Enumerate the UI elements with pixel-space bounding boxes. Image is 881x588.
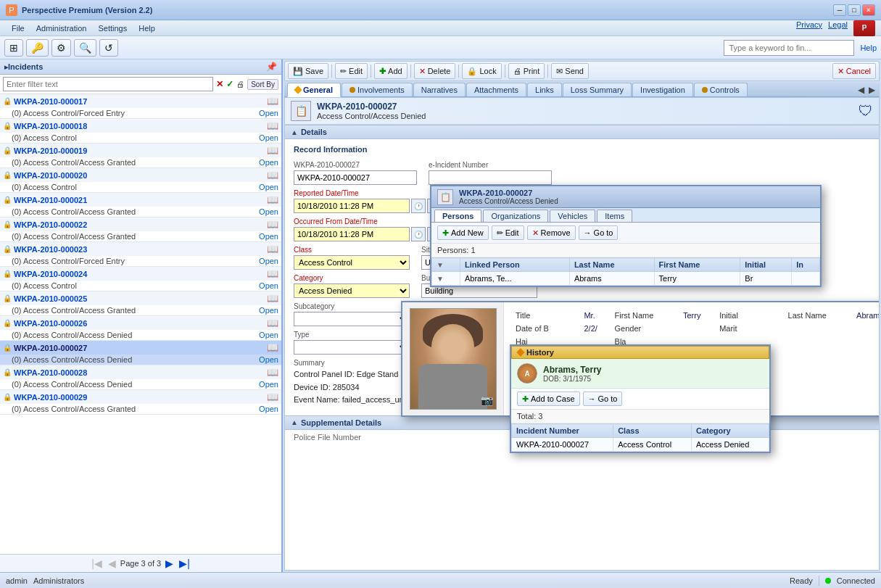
history-tab-button[interactable]: History — [511, 346, 769, 359]
popup-tab-items[interactable]: Items — [597, 210, 632, 222]
legal-link[interactable]: Legal — [828, 20, 848, 36]
book-icon[interactable]: 📖 — [267, 244, 278, 254]
help-link[interactable]: Help — [860, 44, 877, 52]
book-icon[interactable]: 📖 — [267, 219, 278, 230]
incident-number-input[interactable] — [294, 170, 417, 185]
menu-help[interactable]: Help — [133, 22, 161, 34]
tab-attachments[interactable]: Attachments — [466, 83, 526, 96]
incident-row-19[interactable]: 🔒 WKPA-2010-000019 📖 — [0, 144, 281, 157]
incident-status[interactable]: Open — [259, 405, 278, 413]
details-section-header[interactable]: ▲ Details — [285, 125, 879, 139]
last-page-button[interactable]: ▶| — [178, 558, 191, 569]
book-icon[interactable]: 📖 — [267, 145, 278, 156]
incident-status[interactable]: Open — [259, 183, 278, 191]
tab-involvements[interactable]: Involvements — [342, 83, 413, 96]
menu-administration[interactable]: Administration — [30, 22, 93, 34]
add-button[interactable]: ✚ Add — [374, 63, 408, 79]
occurred-from-time-button[interactable]: 🕐 — [411, 227, 426, 241]
incident-status[interactable]: Open — [259, 281, 278, 290]
toolbar-zoom-button[interactable]: 🔍 — [74, 39, 96, 57]
popup-tab-organizations[interactable]: Organizations — [483, 210, 548, 222]
popup-tab-persons[interactable]: Persons — [434, 210, 481, 222]
tab-links[interactable]: Links — [527, 83, 562, 96]
book-icon[interactable]: 📖 — [267, 194, 278, 205]
tab-investigation[interactable]: Investigation — [632, 83, 693, 96]
book-icon[interactable]: 📖 — [267, 120, 278, 131]
book-icon[interactable]: 📖 — [267, 367, 278, 378]
privacy-link[interactable]: Privacy — [796, 20, 822, 36]
first-page-button[interactable]: |◀ — [90, 558, 104, 569]
book-icon[interactable]: 📖 — [267, 170, 278, 181]
incident-row-20[interactable]: 🔒 WKPA-2010-000020 📖 — [0, 168, 281, 182]
category-select[interactable]: Access Denied — [294, 283, 410, 298]
toolbar-search-button[interactable]: 🔑 — [26, 39, 49, 57]
book-icon[interactable]: 📖 — [267, 318, 278, 328]
e-incident-input[interactable] — [429, 170, 552, 185]
filter-input[interactable] — [3, 77, 213, 91]
incident-status[interactable]: Open — [259, 158, 278, 167]
toolbar-incidents-button[interactable]: ⊞ — [4, 39, 23, 57]
book-icon[interactable]: 📖 — [267, 96, 278, 107]
book-icon[interactable]: 📖 — [267, 392, 278, 402]
tab-next-button[interactable]: ▶ — [867, 83, 877, 96]
incident-status[interactable]: Open — [259, 355, 278, 364]
tab-narratives[interactable]: Narratives — [413, 83, 466, 96]
lock-button[interactable]: 🔒 Lock — [462, 63, 501, 79]
incident-row-29[interactable]: 🔒 WKPA-2010-000029 📖 — [0, 390, 281, 404]
add-new-button[interactable]: ✚ Add New — [437, 225, 489, 240]
delete-button[interactable]: ✕ Delete — [414, 63, 456, 79]
restore-button[interactable]: □ — [848, 4, 861, 16]
toolbar-refresh-button[interactable]: ↺ — [99, 39, 118, 57]
tab-loss-summary[interactable]: Loss Summary — [563, 83, 632, 96]
save-button[interactable]: 💾 Save — [288, 63, 328, 79]
incident-row-18[interactable]: 🔒 WKPA-2010-000018 📖 — [0, 119, 281, 133]
cancel-button[interactable]: ✕ Cancel — [832, 63, 876, 79]
reported-date-input[interactable] — [294, 199, 410, 213]
incident-status[interactable]: Open — [259, 380, 278, 389]
toolbar-settings-button[interactable]: ⚙ — [51, 39, 71, 57]
popup-tab-vehicles[interactable]: Vehicles — [550, 210, 595, 222]
incident-status[interactable]: Open — [259, 331, 278, 339]
goto-involvement-button[interactable]: → Go to — [579, 225, 619, 240]
type-select[interactable] — [294, 340, 410, 355]
prev-page-button[interactable]: ◀ — [107, 558, 117, 569]
incident-row-21[interactable]: 🔒 WKPA-2010-000021 📖 — [0, 193, 281, 207]
tab-prev-button[interactable]: ◀ — [856, 83, 866, 96]
print-icon[interactable]: 🖨 — [236, 80, 244, 88]
incident-status[interactable]: Open — [259, 232, 278, 241]
menu-file[interactable]: File — [6, 22, 30, 34]
class-select[interactable]: Access Control — [294, 255, 410, 270]
sort-by-button[interactable]: Sort By — [247, 79, 278, 90]
add-to-case-button[interactable]: ✚ Add to Case — [517, 392, 580, 406]
menu-settings[interactable]: Settings — [92, 22, 133, 34]
book-icon[interactable]: 📖 — [267, 268, 278, 279]
incident-status[interactable]: Open — [259, 133, 278, 142]
incident-status[interactable]: Open — [259, 257, 278, 265]
incident-status[interactable]: Open — [259, 207, 278, 216]
incident-row-17[interactable]: 🔒 WKPA-2010-000017 📖 — [0, 94, 281, 108]
next-page-button[interactable]: ▶ — [164, 558, 175, 569]
remove-involvement-button[interactable]: ✕ Remove — [527, 225, 576, 240]
close-button[interactable]: ✕ — [862, 4, 875, 16]
edit-involvement-button[interactable]: ✏ Edit — [492, 225, 524, 240]
edit-button[interactable]: ✏ Edit — [335, 63, 368, 79]
subcategory-select[interactable] — [294, 312, 410, 326]
pin-icon[interactable]: 📌 — [266, 62, 277, 72]
filter-apply-button[interactable]: ✓ — [226, 79, 233, 89]
goto-history-button[interactable]: → Go to — [583, 392, 623, 406]
minimize-button[interactable]: ─ — [833, 4, 846, 16]
reported-date-time-button[interactable]: 🕐 — [411, 199, 426, 213]
filter-clear-button[interactable]: ✕ — [216, 79, 223, 89]
incident-row-27[interactable]: 🔒 WKPA-2010-000027 📖 — [0, 341, 281, 355]
table-row[interactable]: WKPA-2010-000027 Access Control Access D… — [512, 438, 769, 452]
tab-general[interactable]: General — [287, 83, 341, 97]
table-row[interactable]: ▼ Abrams, Te... Abrams Terry Br — [432, 272, 820, 286]
keyword-search-input[interactable] — [724, 40, 854, 56]
incident-status[interactable]: Open — [259, 109, 278, 117]
book-icon[interactable]: 📖 — [267, 342, 278, 353]
incident-row-28[interactable]: 🔒 WKPA-2010-000028 📖 — [0, 365, 281, 379]
book-icon[interactable]: 📖 — [267, 293, 278, 304]
incident-row-23[interactable]: 🔒 WKPA-2010-000023 📖 — [0, 242, 281, 256]
occurred-from-input[interactable] — [294, 227, 410, 241]
tab-controls[interactable]: Controls — [694, 83, 748, 96]
